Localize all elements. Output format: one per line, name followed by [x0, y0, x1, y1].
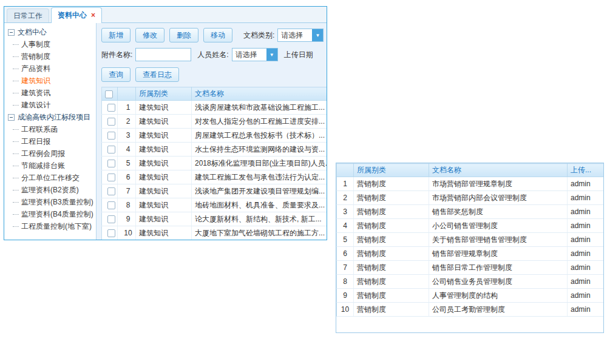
- table-row[interactable]: 9 营销制度 人事管理制度的结构 admin: [337, 289, 604, 303]
- table-row[interactable]: 3 建筑知识 房屋建筑工程总承包投标书（技术标）...: [102, 129, 327, 143]
- table-row[interactable]: 6 营销制度 销售部管理规章制度 admin: [337, 247, 604, 261]
- tree-node[interactable]: 监理资料(B2资质): [8, 184, 95, 196]
- collapse-icon[interactable]: [8, 29, 15, 36]
- header-index: [337, 164, 354, 177]
- table-row[interactable]: 1 建筑知识 浅谈房屋建筑和市政基础设施工程施工...: [102, 101, 327, 115]
- table-row[interactable]: 5 营销制度 关于销售部管理销售管理制度 admin: [337, 233, 604, 247]
- tree-branch-line: [13, 93, 19, 93]
- row-doc-name: 对发包人指定分包的工程施工进度安排...: [192, 115, 327, 129]
- row-doc-name: 房屋建筑工程总承包投标书（技术标）...: [192, 129, 327, 143]
- tab-daily-work[interactable]: 日常工作: [7, 8, 49, 22]
- tree-node[interactable]: 建筑资讯: [8, 87, 95, 99]
- tab-data-center[interactable]: 资料中心×: [51, 7, 102, 23]
- row-uploader: admin: [568, 289, 604, 303]
- row-doc-name: 人事管理制度的结构: [429, 289, 568, 303]
- add-button[interactable]: 新增: [101, 28, 131, 42]
- table-row[interactable]: 8 建筑知识 地砖地面材料、机具准备、质量要求及...: [102, 198, 327, 212]
- row-category: 营销制度: [354, 303, 429, 317]
- tree-branch-line: [13, 178, 19, 178]
- documents-table-body: 1 建筑知识 浅谈房屋建筑和市政基础设施工程施工... 2 建筑知识 对发包人指…: [102, 101, 327, 240]
- row-category: 建筑知识: [136, 129, 192, 143]
- tree-node[interactable]: 节能减排台账: [8, 160, 95, 172]
- delete-button[interactable]: 删除: [169, 28, 198, 42]
- table-row[interactable]: 1 营销制度 市场营销部管理规章制度 admin: [337, 177, 604, 191]
- row-checkbox[interactable]: [107, 201, 115, 209]
- table-row[interactable]: 5 建筑知识 2018标准化监理项目部(业主项目部)人员...: [102, 157, 327, 170]
- edit-button[interactable]: 修改: [135, 28, 164, 42]
- row-checkbox[interactable]: [107, 104, 115, 112]
- tree-node[interactable]: 工程日报: [8, 135, 95, 147]
- tree-node[interactable]: 建筑设计: [8, 99, 95, 111]
- chevron-down-icon[interactable]: ▼: [312, 29, 323, 41]
- table-row[interactable]: 6 建筑知识 建筑工程施工发包与承包违法行为认定...: [102, 170, 327, 184]
- row-doc-name: 浅谈房屋建筑和市政基础设施工程施工...: [192, 101, 327, 115]
- view-log-button[interactable]: 查看日志: [135, 67, 179, 82]
- attachment-name-input[interactable]: [135, 48, 191, 61]
- tree-node[interactable]: 工程质量控制(地下室): [8, 220, 95, 232]
- row-checkbox-cell: [102, 226, 118, 240]
- chevron-down-icon[interactable]: ▼: [266, 49, 277, 61]
- table-row[interactable]: 10 建筑知识 大厦地下室加气砼墙砌筑工程的施工方...: [102, 226, 327, 240]
- row-index: 8: [337, 275, 354, 289]
- tree-node[interactable]: 产品资料: [8, 62, 95, 75]
- row-checkbox[interactable]: [107, 215, 115, 223]
- tree-branch-line: [13, 69, 19, 69]
- table-row[interactable]: 10 营销制度 公司员工考勤管理制度 admin: [337, 303, 604, 317]
- tree-node-document-center[interactable]: 文档中心: [8, 26, 95, 38]
- row-checkbox[interactable]: [107, 146, 115, 153]
- tree-node[interactable]: 人事制度: [8, 38, 95, 50]
- tree-node-selected[interactable]: 建筑知识: [8, 75, 95, 87]
- collapse-icon[interactable]: [8, 114, 15, 121]
- tree-node[interactable]: 监理资料(B4质量控制): [8, 208, 95, 220]
- tree-node[interactable]: 监理资料(B3质量控制): [8, 196, 95, 208]
- select-all-checkbox[interactable]: [105, 90, 113, 98]
- row-checkbox[interactable]: [107, 118, 115, 126]
- attachment-name-label: 附件名称:: [101, 50, 132, 60]
- row-checkbox[interactable]: [107, 174, 115, 181]
- person-name-select[interactable]: 请选择 ▼: [232, 48, 278, 61]
- row-index: 3: [337, 205, 354, 219]
- tree-node[interactable]: 分工单位工作移交: [8, 172, 95, 184]
- row-category: 营销制度: [354, 247, 429, 261]
- row-checkbox-cell: [102, 212, 118, 226]
- row-checkbox-cell: [102, 184, 118, 198]
- tree-node[interactable]: 营销制度: [8, 50, 95, 62]
- row-category: 建筑知识: [136, 157, 192, 170]
- table-row[interactable]: 4 营销制度 小公司销售管理制度 admin: [337, 219, 604, 233]
- tab-label: 资料中心: [58, 11, 87, 19]
- query-button[interactable]: 查询: [101, 67, 131, 82]
- row-doc-name: 小公司销售管理制度: [429, 219, 568, 233]
- row-checkbox-cell: [102, 198, 118, 212]
- move-button[interactable]: 移动: [203, 28, 232, 42]
- table-row[interactable]: 9 建筑知识 论大厦新材料、新结构、新技术, 新工...: [102, 212, 327, 226]
- table-row[interactable]: 7 建筑知识 浅谈地产集团开发建设项目管理规划编...: [102, 184, 327, 198]
- tree-node[interactable]: 工程例会周报: [8, 147, 95, 160]
- row-checkbox-cell: [102, 101, 118, 115]
- header-uploader: 上传...: [568, 164, 604, 177]
- tree-branch-line: [13, 141, 19, 142]
- row-doc-name: 关于销售部管理销售管理制度: [429, 233, 568, 247]
- row-index: 8: [118, 198, 136, 212]
- tree-node[interactable]: 工程联系函: [8, 123, 95, 135]
- table-row[interactable]: 4 建筑知识 水土保持生态环境监测网络的建设与资...: [102, 143, 327, 157]
- row-index: 2: [118, 115, 136, 129]
- toolbar-row-3: 查询 查看日志: [101, 67, 327, 82]
- row-checkbox[interactable]: [107, 132, 115, 140]
- header-category: 所属别类: [136, 87, 192, 101]
- tree-node-chengyu-project[interactable]: 成渝高铁内江标段项目: [8, 111, 95, 123]
- row-doc-name: 销售部日常工作管理制度: [429, 261, 568, 275]
- table-row[interactable]: 2 建筑知识 对发包人指定分包的工程施工进度安排...: [102, 115, 327, 129]
- header-doc-name: 文档名称: [429, 164, 568, 177]
- close-icon[interactable]: ×: [91, 11, 95, 19]
- table-row[interactable]: 7 营销制度 销售部日常工作管理制度 admin: [337, 261, 604, 275]
- table-row[interactable]: 3 营销制度 销售部奖惩制度 admin: [337, 205, 604, 219]
- row-uploader: admin: [568, 233, 604, 247]
- row-checkbox[interactable]: [107, 229, 115, 237]
- row-checkbox[interactable]: [107, 160, 115, 167]
- toolbar-row-1: 新增 修改 删除 移动 文档类别: 请选择 ▼ 文档名称:: [101, 28, 327, 42]
- row-checkbox[interactable]: [107, 187, 115, 195]
- table-row[interactable]: 2 营销制度 市场营销部内部会议管理制度 admin: [337, 191, 604, 205]
- doc-category-select[interactable]: 请选择 ▼: [277, 29, 324, 42]
- table-row[interactable]: 8 营销制度 公司销售业务员管理制度 admin: [337, 275, 604, 289]
- tab-bar: 日常工作 资料中心×: [4, 7, 327, 23]
